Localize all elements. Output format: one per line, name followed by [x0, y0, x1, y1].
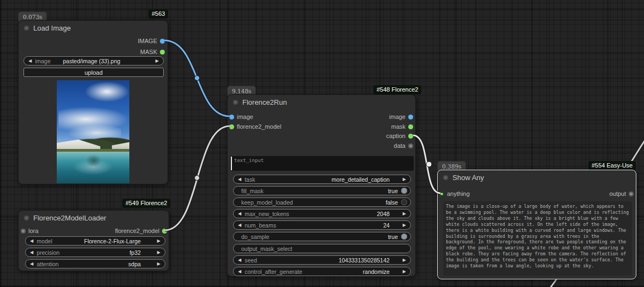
combo-value: pasted/image (33).png	[63, 58, 120, 64]
model-combo-widget[interactable]: ◀ model Florence-2-Flux-Large ▶	[25, 236, 165, 246]
text-input-textarea[interactable]: text_input	[230, 156, 414, 171]
input-slot-anything[interactable]: anything	[439, 190, 470, 198]
widget-value: true	[388, 234, 398, 240]
output-dot-florence2-model[interactable]	[162, 229, 167, 234]
number-decrement-icon[interactable]: ◀	[238, 223, 241, 228]
output-slot-florence2-model[interactable]: florence2_model	[115, 227, 167, 235]
attention-combo-widget[interactable]: ◀ attention sdpa ▶	[25, 259, 165, 268]
combo-left-arrow-icon[interactable]: ◀	[30, 262, 33, 266]
florence2-model-loader-node[interactable]: Florence2ModelLoader lora florence2_mode…	[18, 210, 169, 271]
combo-right-arrow-icon[interactable]: ▶	[403, 270, 406, 274]
toggle-on-icon[interactable]	[401, 188, 407, 194]
seed-number-widget[interactable]: ◀ seed 1043331350285142 ▶	[233, 255, 411, 265]
toggle-off-icon[interactable]	[401, 199, 407, 205]
output-dot-caption[interactable]	[408, 134, 413, 139]
input-dot-lora[interactable]	[21, 229, 26, 234]
precision-combo-widget[interactable]: ◀ precision fp32 ▶	[25, 248, 165, 257]
collapse-dot-icon[interactable]	[233, 100, 238, 105]
output-slot-label: output	[609, 190, 626, 197]
input-dot-image[interactable]	[229, 115, 234, 119]
number-increment-icon[interactable]: ▶	[403, 212, 406, 216]
widget-label: output_mask_select	[241, 246, 292, 252]
output-slot-data[interactable]: data	[394, 142, 413, 150]
input-slot-florence2-model[interactable]: florence2_model	[229, 123, 281, 130]
input-slot-label: image	[237, 113, 253, 120]
show-any-id-badge: #554 Easy-Use	[588, 161, 636, 170]
num-beams-number-widget[interactable]: ◀ num_beams 24 ▶	[233, 220, 411, 230]
toggle-on-icon[interactable]	[401, 234, 407, 240]
combo-left-arrow-icon[interactable]: ◀	[30, 250, 33, 255]
number-increment-icon[interactable]: ▶	[403, 258, 406, 262]
number-decrement-icon[interactable]: ◀	[238, 258, 241, 262]
combo-left-arrow-icon[interactable]: ◀	[238, 270, 241, 274]
caption-text-display[interactable]: The image is a close-up of a large body …	[443, 201, 632, 276]
fill-mask-toggle-widget[interactable]: fill_mask true	[233, 186, 411, 195]
load-image-id-badge: #563	[148, 9, 168, 19]
model-loader-title-bar: Florence2ModelLoader	[19, 211, 169, 225]
widget-label: precision	[37, 249, 59, 256]
input-slot-label: lora	[28, 228, 38, 234]
combo-right-arrow-icon[interactable]: ▶	[156, 59, 159, 63]
show-any-title-bar: Show Any	[438, 170, 636, 184]
input-slot-lora[interactable]: lora	[21, 227, 38, 235]
number-decrement-icon[interactable]: ◀	[238, 212, 241, 216]
keep-model-loaded-toggle-widget[interactable]: keep_model_loaded false	[233, 198, 411, 207]
widget-label: fill_mask	[241, 188, 264, 194]
output-slot-label: mask	[391, 123, 406, 130]
control-after-generate-combo-widget[interactable]: ◀ control_after_generate randomize ▶	[233, 267, 411, 276]
output-dot-mask[interactable]	[408, 124, 413, 129]
widget-value: more_detailed_caption	[332, 176, 390, 183]
task-combo-widget[interactable]: ◀ task more_detailed_caption ▶	[233, 175, 411, 184]
input-dot-florence2-model[interactable]	[229, 124, 234, 129]
output-slot-image[interactable]: image	[389, 113, 413, 121]
output-slot-label: caption	[386, 133, 406, 139]
output-slot-image[interactable]: IMAGE	[138, 37, 165, 45]
max-new-tokens-number-widget[interactable]: ◀ max_new_tokens 2048 ▶	[233, 209, 411, 218]
upload-button[interactable]: upload	[23, 68, 164, 77]
number-increment-icon[interactable]: ▶	[403, 223, 406, 228]
output-dot-image[interactable]	[160, 39, 165, 44]
node-title: Florence2Run	[242, 98, 287, 106]
combo-left-arrow-icon[interactable]: ◀	[30, 239, 33, 243]
widget-label: attention	[37, 261, 58, 267]
combo-left-arrow-icon[interactable]: ◀	[238, 177, 241, 182]
combo-right-arrow-icon[interactable]: ▶	[157, 239, 160, 243]
node-title: Load Image	[33, 24, 71, 32]
output-slot-label: data	[394, 142, 406, 149]
do-sample-toggle-widget[interactable]: do_sample true	[233, 232, 411, 241]
output-dot-image[interactable]	[408, 115, 413, 119]
load-image-title-bar: Load Image	[19, 21, 168, 35]
widget-label: control_after_generate	[245, 268, 302, 275]
image-combo-widget[interactable]: ◀ image pasted/image (33).png ▶	[23, 56, 164, 65]
text-cursor	[231, 157, 232, 170]
widget-value: fp32	[129, 249, 140, 256]
input-dot-anything[interactable]	[439, 192, 444, 196]
output-slot-mask[interactable]: mask	[391, 123, 413, 130]
output-mask-select-text-widget[interactable]: output_mask_select	[233, 244, 411, 253]
combo-right-arrow-icon[interactable]: ▶	[157, 262, 160, 266]
florence2run-node[interactable]: Florence2Run image florence2_model image…	[227, 94, 416, 277]
widget-label: num_beams	[245, 222, 276, 229]
collapse-dot-icon[interactable]	[24, 26, 29, 31]
widget-label: seed	[245, 257, 257, 264]
output-dot-output[interactable]	[629, 192, 634, 196]
florence2run-title-bar: Florence2Run	[228, 95, 415, 109]
load-image-node[interactable]: Load Image IMAGE MASK ◀ image pasted/ima…	[18, 20, 168, 184]
widget-value: 2048	[377, 211, 389, 217]
output-slot-label: florence2_model	[115, 228, 159, 234]
collapse-dot-icon[interactable]	[24, 216, 29, 220]
output-slot-output[interactable]: output	[609, 190, 634, 198]
combo-right-arrow-icon[interactable]: ▶	[157, 250, 160, 255]
collapse-dot-icon[interactable]	[443, 175, 448, 180]
combo-right-arrow-icon[interactable]: ▶	[403, 177, 406, 182]
widget-value: 24	[383, 222, 390, 229]
output-slot-mask[interactable]: MASK	[140, 48, 165, 56]
show-any-node[interactable]: Show Any anything output The image is a …	[437, 170, 636, 279]
widget-label: task	[245, 176, 255, 183]
combo-left-arrow-icon[interactable]: ◀	[28, 59, 32, 63]
output-dot-data[interactable]	[408, 144, 413, 148]
widget-value: sdpa	[128, 261, 141, 267]
output-slot-caption[interactable]: caption	[386, 132, 413, 140]
input-slot-image[interactable]: image	[229, 113, 253, 121]
output-dot-mask[interactable]	[160, 50, 165, 55]
